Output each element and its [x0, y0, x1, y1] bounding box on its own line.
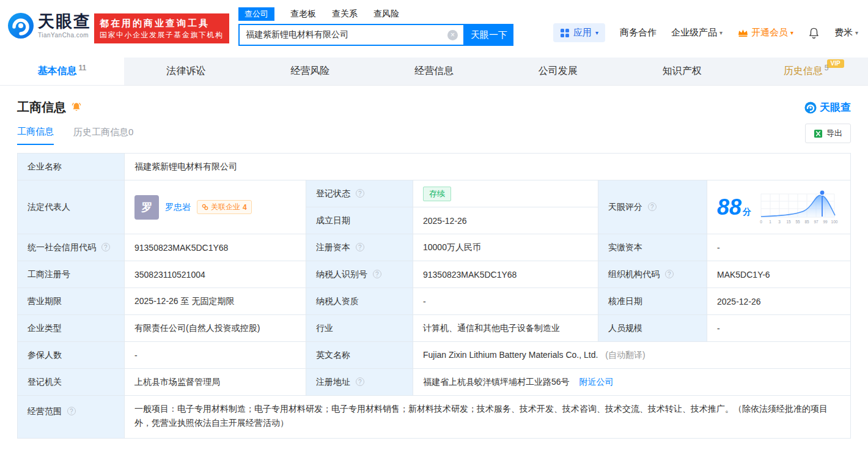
- label-insured-num: 参保人数: [18, 342, 125, 369]
- business-info-table: 企业名称 福建紫新锂电材料有限公司 法定代表人 罗 罗忠岩 关联企业: [17, 153, 851, 439]
- tab-label: 经营风险: [290, 65, 329, 78]
- label-company-name: 企业名称: [18, 154, 125, 180]
- export-button[interactable]: 导出: [805, 124, 851, 143]
- value-company-type: 有限责任公司(自然人投资或控股): [125, 315, 306, 342]
- field-label: 工商注册号: [28, 269, 70, 279]
- field-label: 参保人数: [28, 350, 62, 360]
- tab-intellectual-property[interactable]: 知识产权: [620, 58, 744, 85]
- search-tab-relation[interactable]: 查关系: [332, 9, 358, 20]
- value-score: 88分: [707, 180, 851, 234]
- apps-label: 应用: [573, 27, 592, 39]
- tianyancha-logo[interactable]: 天眼查 TianYanCha.com: [7, 12, 91, 39]
- promo-banner: 都在用的商业查询工具 国家中小企业发展子基金旗下机构: [94, 13, 229, 43]
- value-taxpayer-no: 91350823MAK5DC1Y68: [413, 261, 598, 288]
- watermark-text: 天眼查: [820, 100, 851, 114]
- label-establish-date: 成立日期: [306, 207, 413, 234]
- search-box: ×: [238, 24, 465, 46]
- enterprise-label: 企业级产品: [671, 27, 717, 39]
- avatar[interactable]: 罗: [134, 195, 159, 220]
- membership-menu[interactable]: 开通会员 ▾: [737, 27, 793, 39]
- nearby-companies-link[interactable]: 附近公司: [579, 377, 613, 387]
- svg-text:97: 97: [814, 220, 818, 224]
- field-label: 成立日期: [316, 215, 350, 225]
- brand-domain: TianYanCha.com: [38, 32, 91, 39]
- help-icon[interactable]: ?: [101, 243, 110, 251]
- tab-label: 知识产权: [663, 65, 702, 78]
- search-tab-company[interactable]: 查公司: [238, 7, 274, 21]
- tab-count: 5: [825, 64, 829, 72]
- promo-line2: 国家中小企业发展子基金旗下机构: [100, 29, 224, 40]
- membership-label: 开通会员: [751, 27, 788, 39]
- clear-icon[interactable]: ×: [447, 30, 458, 40]
- table-row: 参保人数 - 英文名称 Fujian Zixin Lithium Battery…: [18, 342, 851, 369]
- label-industry: 行业: [306, 315, 413, 342]
- value-scope: 一般项目：电子专用材料制造；电子专用材料研发；电子专用材料销售；新材料技术研发；…: [125, 396, 851, 439]
- value-credit-code: 91350823MAK5DC1Y68: [125, 234, 306, 261]
- search-input[interactable]: [240, 25, 463, 45]
- svg-text:55: 55: [795, 220, 800, 224]
- monitor-bell-icon[interactable]: [71, 102, 82, 113]
- cooperation-label: 商务合作: [620, 27, 657, 39]
- related-label: 关联企业: [211, 202, 240, 212]
- tab-company-development[interactable]: 公司发展: [496, 58, 620, 85]
- label-reg-org: 登记机关: [18, 369, 125, 396]
- help-icon[interactable]: ?: [648, 202, 657, 211]
- english-name-text: Fujian Zixin Lithium Battery Materials C…: [423, 350, 598, 360]
- search-tab-boss[interactable]: 查老板: [290, 9, 316, 20]
- value-english-name: Fujian Zixin Lithium Battery Materials C…: [413, 342, 851, 369]
- value-industry: 计算机、通信和其他电子设备制造业: [413, 315, 598, 342]
- label-legal-rep: 法定代表人: [18, 180, 125, 234]
- field-label: 统一社会信用代码: [28, 242, 96, 252]
- table-row: 统一社会信用代码 ? 91350823MAK5DC1Y68 注册资本 ? 100…: [18, 234, 851, 261]
- notification-bell-icon[interactable]: [808, 27, 820, 39]
- apps-menu[interactable]: 应用 ▾: [553, 23, 605, 42]
- legal-rep-link[interactable]: 罗忠岩: [165, 202, 191, 213]
- subtab-business-info[interactable]: 工商信息: [17, 126, 54, 145]
- search-area: 查公司 查老板 查关系 查风险 × 天眼一下: [238, 7, 515, 46]
- section-header: 工商信息 天眼查: [17, 99, 851, 115]
- help-icon[interactable]: ?: [356, 189, 364, 198]
- field-label: 登记状态: [316, 188, 350, 198]
- table-row: 经营范围 ? 一般项目：电子专用材料制造；电子专用材料研发；电子专用材料销售；新…: [18, 396, 851, 439]
- svg-text:99: 99: [823, 220, 828, 224]
- tab-basic-info[interactable]: 基本信息 11: [0, 58, 124, 85]
- field-label: 经营范围: [28, 406, 62, 416]
- field-label: 核准日期: [608, 296, 642, 306]
- tab-operating-info[interactable]: 经营信息: [372, 58, 496, 85]
- tab-legal-proceedings[interactable]: 法律诉讼: [124, 58, 248, 85]
- help-icon[interactable]: ?: [356, 243, 364, 251]
- value-term: 2025-12-26 至 无固定期限: [125, 288, 306, 315]
- help-icon[interactable]: ?: [67, 407, 76, 415]
- user-menu[interactable]: 费米 ▾: [834, 27, 858, 39]
- help-icon[interactable]: ?: [373, 270, 381, 278]
- search-tab-risk[interactable]: 查风险: [373, 9, 399, 20]
- field-label: 企业名称: [28, 161, 62, 171]
- field-label: 行业: [316, 323, 333, 333]
- enterprise-products-menu[interactable]: 企业级产品 ▾: [671, 27, 723, 39]
- crown-icon: [737, 28, 749, 37]
- subtab-history-business-info[interactable]: 历史工商信息0: [73, 127, 133, 144]
- label-company-type: 企业类型: [18, 315, 125, 342]
- label-english-name: 英文名称: [306, 342, 413, 369]
- svg-text:85: 85: [804, 220, 809, 224]
- label-reg-no: 工商注册号: [18, 261, 125, 288]
- field-label: 纳税人识别号: [316, 269, 367, 279]
- tab-history-info[interactable]: VIP 历史信息 5: [744, 58, 868, 85]
- value-reg-org: 上杭县市场监督管理局: [125, 369, 306, 396]
- help-icon[interactable]: ?: [356, 377, 364, 386]
- help-icon[interactable]: ?: [665, 270, 674, 278]
- search-button[interactable]: 天眼一下: [465, 24, 513, 46]
- value-company-name: 福建紫新锂电材料有限公司: [125, 154, 851, 180]
- tab-operating-risk[interactable]: 经营风险: [248, 58, 372, 85]
- table-row: 营业期限 2025-12-26 至 无固定期限 纳税人资质 - 核准日期 202…: [18, 288, 851, 315]
- status-badge: 存续: [423, 187, 451, 201]
- top-right-nav: 应用 ▾ 商务合作 企业级产品 ▾ 开通会员 ▾ 费米 ▾: [553, 23, 858, 42]
- related-companies-badge[interactable]: 关联企业 4: [197, 200, 252, 214]
- field-label: 登记机关: [28, 377, 62, 387]
- field-label: 法定代表人: [28, 202, 70, 212]
- business-cooperation-link[interactable]: 商务合作: [620, 27, 657, 39]
- field-label: 天眼评分: [608, 202, 642, 212]
- label-term: 营业期限: [18, 288, 125, 315]
- tab-label: 基本信息: [38, 65, 77, 78]
- logo-eye-icon: [7, 12, 34, 39]
